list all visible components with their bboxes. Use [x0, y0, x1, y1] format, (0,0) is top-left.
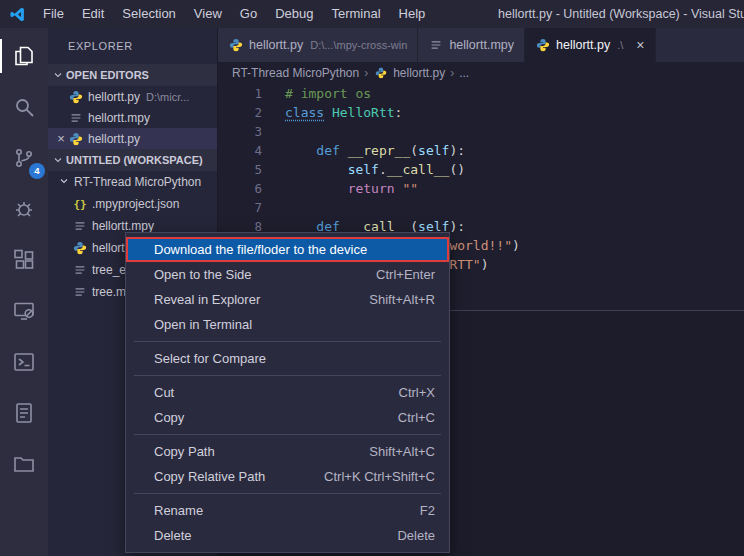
code-token: ):: [449, 219, 465, 234]
output-activity-button[interactable]: [0, 390, 48, 436]
code-token: ): [481, 257, 489, 272]
code-line: 3: [218, 122, 744, 141]
context-menu-item-reveal-in-explorer[interactable]: Reveal in ExplorerShift+Alt+R: [126, 287, 449, 312]
context-menu-item-open-to-the-side[interactable]: Open to the SideCtrl+Enter: [126, 262, 449, 287]
code-line: 5 self.__call__(): [218, 160, 744, 179]
menu-item-shortcut: Shift+Alt+R: [369, 292, 435, 307]
menu-selection[interactable]: Selection: [113, 0, 184, 28]
open-editors-list: hellortt.pyD:\micr...hellortt.mpy×hellor…: [48, 86, 217, 149]
extensions-activity-button[interactable]: [0, 237, 48, 283]
list-file-icon: [428, 38, 444, 52]
menu-go[interactable]: Go: [231, 0, 266, 28]
chevron-right-icon: ›: [450, 66, 454, 80]
code-token: [324, 105, 332, 120]
tab-detail: .\: [617, 39, 623, 51]
tab-label: hellortt.py: [249, 38, 303, 52]
menu-item-shortcut: Ctrl+C: [398, 410, 435, 425]
menu-debug[interactable]: Debug: [266, 0, 322, 28]
folder-activity-button[interactable]: [0, 441, 48, 487]
code-token: class: [285, 105, 324, 120]
vscode-window: FileEditSelectionViewGoDebugTerminalHelp…: [0, 0, 744, 556]
code-token: (: [410, 143, 418, 158]
context-menu-item-delete[interactable]: DeleteDelete: [126, 523, 449, 548]
menu-item-label: Open in Terminal: [154, 317, 252, 332]
breadcrumb: RT-Thread MicroPython›hellortt.py›...: [218, 62, 744, 84]
file-label: hellortt.mpy: [92, 219, 154, 233]
context-menu-item-open-in-terminal[interactable]: Open in Terminal: [126, 312, 449, 337]
menu-item-label: Copy: [154, 410, 184, 425]
search-icon: [12, 95, 36, 119]
breadcrumb-item-hellortt-py[interactable]: hellortt.py: [373, 66, 445, 80]
breadcrumb-item-rt-thread-micropython[interactable]: RT-Thread MicroPython: [232, 66, 359, 80]
tab-bar: hellortt.pyD:\...\mpy-cross-winhellortt.…: [218, 28, 744, 62]
breadcrumb-label: hellortt.py: [393, 66, 445, 80]
menu-item-label: Open to the Side: [154, 267, 252, 282]
line-number: 7: [218, 198, 262, 217]
code-line: 1# import os: [218, 84, 744, 103]
menu-item-shortcut: Delete: [397, 528, 435, 543]
context-menu-item-select-for-compare[interactable]: Select for Compare: [126, 346, 449, 371]
code-token: [340, 143, 348, 158]
code-token: "": [402, 181, 418, 196]
file-label: .mpyproject.json: [92, 197, 179, 211]
title-bar: FileEditSelectionViewGoDebugTerminalHelp…: [0, 0, 744, 28]
file-detail: D:\micr...: [146, 91, 189, 103]
code-text: # import os: [285, 84, 371, 103]
device-activity-button[interactable]: [0, 288, 48, 334]
code-text: def __repr__(self):: [285, 141, 465, 160]
search-activity-button[interactable]: [0, 84, 48, 130]
code-token: ): [512, 238, 520, 253]
terminal-activity-button[interactable]: [0, 339, 48, 385]
context-menu-item-copy-path[interactable]: Copy PathShift+Alt+C: [126, 439, 449, 464]
code-token: self: [418, 143, 449, 158]
line-number: 3: [218, 122, 262, 141]
close-editor-icon[interactable]: ×: [54, 131, 68, 146]
file-label: hellortt.mpy: [88, 111, 150, 125]
context-menu-item-download-the-file-floder-to-the-device[interactable]: Download the file/floder to the device: [126, 237, 449, 262]
menu-separator: [134, 375, 441, 376]
menu-file[interactable]: File: [34, 0, 73, 28]
tree-item-rt-thread-micropython[interactable]: RT-Thread MicroPython: [48, 171, 217, 193]
code-text: class HelloRtt:: [285, 103, 402, 122]
menu-item-label: Copy Path: [154, 444, 215, 459]
context-menu-item-rename[interactable]: RenameF2: [126, 498, 449, 523]
tab-hellortt-py[interactable]: hellortt.pyD:\...\mpy-cross-win: [218, 28, 418, 62]
code-token: def: [316, 143, 339, 158]
menu-item-shortcut: Shift+Alt+C: [369, 444, 435, 459]
open-editors-label: OPEN EDITORS: [66, 69, 149, 81]
code-token: return: [348, 181, 395, 196]
open-editors-header[interactable]: OPEN EDITORS: [48, 64, 217, 86]
device-icon: [12, 299, 36, 323]
tab-label: hellortt.py: [556, 38, 610, 52]
code-token: :: [395, 105, 403, 120]
menu-edit[interactable]: Edit: [73, 0, 113, 28]
menu-terminal[interactable]: Terminal: [322, 0, 389, 28]
code-token: [285, 143, 316, 158]
tab-detail: D:\...\mpy-cross-win: [310, 39, 407, 51]
code-text: self.__call__(): [285, 160, 465, 179]
menu-separator: [134, 493, 441, 494]
close-tab-icon[interactable]: ×: [636, 38, 644, 52]
menu-view[interactable]: View: [185, 0, 231, 28]
tab-hellortt-py[interactable]: hellortt.py.\×: [525, 28, 656, 62]
explorer-icon: [12, 44, 36, 68]
open-editor-item-hellortt-py[interactable]: ×hellortt.py: [48, 128, 217, 149]
context-menu-item-copy[interactable]: CopyCtrl+C: [126, 405, 449, 430]
code-token: __call__: [387, 162, 450, 177]
open-editor-item-hellortt-py[interactable]: hellortt.pyD:\micr...: [48, 86, 217, 107]
breadcrumb-item-[interactable]: ...: [459, 66, 469, 80]
menu-help[interactable]: Help: [390, 0, 435, 28]
tree-item-mpyproject-json[interactable]: {}.mpyproject.json: [48, 193, 217, 215]
menu-item-label: Copy Relative Path: [154, 469, 265, 484]
tab-hellortt-mpy[interactable]: hellortt.mpy: [418, 28, 525, 62]
open-editor-item-hellortt-mpy[interactable]: hellortt.mpy: [48, 107, 217, 128]
source-control-activity-button[interactable]: 4: [0, 135, 48, 181]
menu-separator: [134, 341, 441, 342]
workspace-header[interactable]: UNTITLED (WORKSPACE): [48, 149, 217, 171]
workspace-label: UNTITLED (WORKSPACE): [66, 154, 203, 166]
menu-item-shortcut: Ctrl+Enter: [376, 267, 435, 282]
context-menu-item-cut[interactable]: CutCtrl+X: [126, 380, 449, 405]
context-menu-item-copy-relative-path[interactable]: Copy Relative PathCtrl+K Ctrl+Shift+C: [126, 464, 449, 489]
explorer-activity-button[interactable]: [0, 33, 48, 79]
debug-activity-button[interactable]: [0, 186, 48, 232]
